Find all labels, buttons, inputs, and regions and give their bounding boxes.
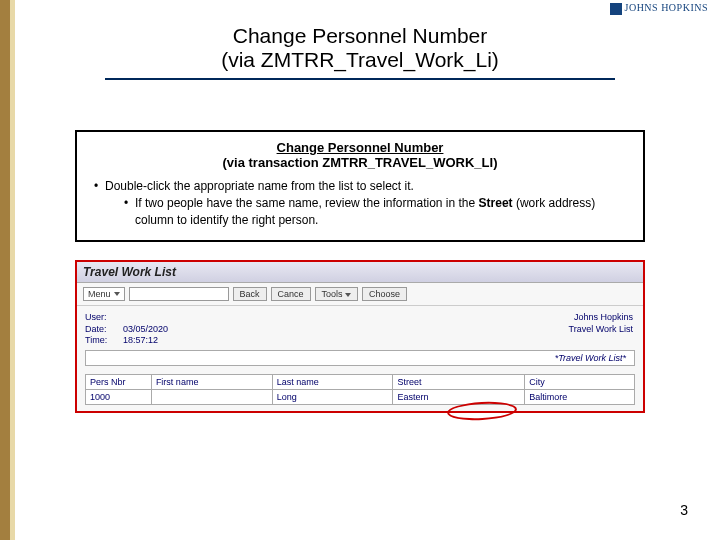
sap-toolbar: Menu Back Cance Tools Choose xyxy=(77,283,643,306)
cell-pers-nbr: 1000 xyxy=(86,390,152,405)
sub-bullet-bold: Street xyxy=(479,196,513,210)
sap-screenshot: Travel Work List Menu Back Cance Tools C… xyxy=(75,260,645,413)
bullet-icon: • xyxy=(87,178,105,195)
time-label: Time: xyxy=(85,335,119,347)
sub-bullet-icon: • xyxy=(117,195,135,229)
sap-result-table: Pers Nbr First name Last name Street Cit… xyxy=(85,374,635,405)
cell-city: Baltimore xyxy=(525,390,635,405)
col-pers-nbr: Pers Nbr xyxy=(86,375,152,390)
left-border-inner xyxy=(10,0,15,540)
sap-menu-dropdown[interactable]: Menu xyxy=(83,287,125,301)
left-border-outer xyxy=(0,0,10,540)
time-value: 18:57:12 xyxy=(123,335,158,347)
cell-street: Eastern xyxy=(393,390,525,405)
report-name: Travel Work List xyxy=(568,324,633,336)
col-street: Street xyxy=(393,375,525,390)
chevron-down-icon xyxy=(114,292,120,296)
sap-command-input[interactable] xyxy=(129,287,229,301)
sub-bullet-pre: If two people have the same name, review… xyxy=(135,196,479,210)
table-header-row: Pers Nbr First name Last name Street Cit… xyxy=(86,375,635,390)
tools-label: Tools xyxy=(322,289,343,299)
sap-section-header: *Travel Work List* xyxy=(85,350,635,366)
date-label: Date: xyxy=(85,324,119,336)
user-label: User: xyxy=(85,312,119,324)
bullet-text: Double-click the appropriate name from t… xyxy=(105,178,633,195)
sap-info-left: User: Date:03/05/2020 Time:18:57:12 xyxy=(85,312,168,347)
instruction-heading: Change Personnel Number xyxy=(87,140,633,155)
sap-info-right: Johns Hopkins Travel Work List xyxy=(568,312,633,335)
logo-bar: JOHNS HOPKINS xyxy=(0,0,720,22)
table-row[interactable]: 1000 Long Eastern Baltimore xyxy=(86,390,635,405)
instruction-box: Change Personnel Number (via transaction… xyxy=(75,130,645,242)
sub-bullet-text: If two people have the same name, review… xyxy=(135,195,633,229)
choose-button[interactable]: Choose xyxy=(362,287,407,301)
col-last-name: Last name xyxy=(272,375,393,390)
instruction-bullet: • Double-click the appropriate name from… xyxy=(87,178,633,195)
org-name: Johns Hopkins xyxy=(568,312,633,324)
title-underline xyxy=(105,78,615,80)
page-number: 3 xyxy=(680,502,688,518)
col-first-name: First name xyxy=(151,375,272,390)
cell-last-name: Long xyxy=(272,390,393,405)
sap-menu-label: Menu xyxy=(88,289,111,299)
org-logo: JOHNS HOPKINS xyxy=(610,2,708,15)
date-value: 03/05/2020 xyxy=(123,324,168,336)
tools-button[interactable]: Tools xyxy=(315,287,359,301)
back-button[interactable]: Back xyxy=(233,287,267,301)
title-line-1: Change Personnel Number xyxy=(60,24,660,48)
title-line-2: (via ZMTRR_Travel_Work_Li) xyxy=(60,48,660,72)
instruction-sub-bullet: • If two people have the same name, revi… xyxy=(87,195,633,229)
sap-body: User: Date:03/05/2020 Time:18:57:12 John… xyxy=(77,306,643,411)
col-city: City xyxy=(525,375,635,390)
sap-window-title: Travel Work List xyxy=(77,262,643,283)
logo-text: JOHNS HOPKINS xyxy=(625,2,708,13)
chevron-down-icon xyxy=(345,293,351,297)
slide-title: Change Personnel Number (via ZMTRR_Trave… xyxy=(60,24,660,80)
shield-icon xyxy=(610,3,622,15)
cell-first-name xyxy=(151,390,272,405)
cancel-button[interactable]: Cance xyxy=(271,287,311,301)
left-accent-border xyxy=(0,0,15,540)
instruction-subheading: (via transaction ZMTRR_TRAVEL_WORK_LI) xyxy=(87,155,633,170)
